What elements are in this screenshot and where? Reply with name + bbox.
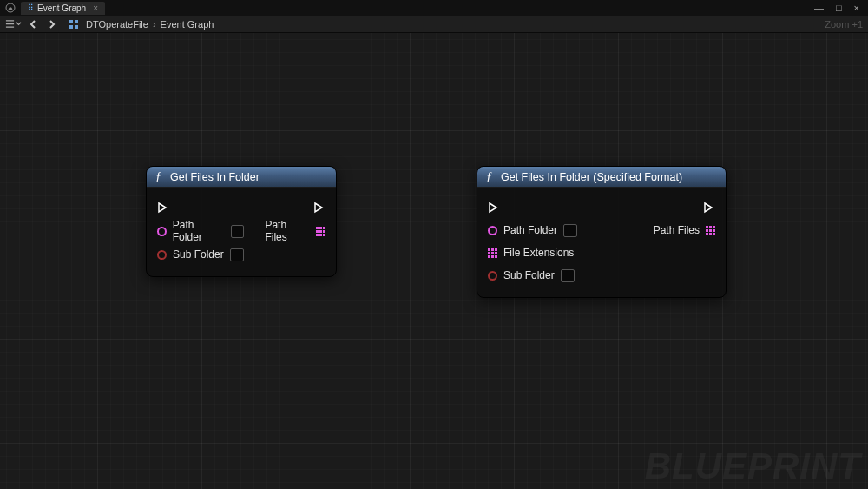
blueprint-tab-icon: ⠿ <box>28 3 34 12</box>
window-minimize-button[interactable]: — <box>814 3 824 13</box>
node-header[interactable]: ƒ Get Files In Folder <box>147 167 336 188</box>
node-title: Get Files In Folder (Specified Format) <box>501 171 682 183</box>
string-pin-icon[interactable] <box>157 227 167 236</box>
zoom-indicator: Zoom +1 <box>825 19 863 30</box>
blueprint-breadcrumb-icon[interactable] <box>69 19 79 30</box>
exec-in-pin[interactable] <box>488 202 500 214</box>
bool-pin-icon[interactable] <box>157 250 167 260</box>
pin-label-path-folder: Path Folder <box>173 219 225 243</box>
pin-label-path-files: Path Files <box>654 224 700 236</box>
exec-out-pin[interactable] <box>313 202 326 214</box>
blueprint-watermark: BLUEPRINT <box>645 446 861 487</box>
array-pin-icon[interactable] <box>706 226 715 235</box>
checkbox-input[interactable] <box>561 269 575 282</box>
window-close-button[interactable]: × <box>854 3 859 13</box>
pin-label-sub-folder: Sub Folder <box>503 269 555 281</box>
tab-close-icon[interactable]: × <box>93 3 98 13</box>
unreal-logo-icon <box>5 3 16 13</box>
title-bar: ⠿ Event Graph × — □ × <box>0 0 868 16</box>
breadcrumb-leaf[interactable]: Event Graph <box>161 19 214 30</box>
node-get-files-in-folder[interactable]: ƒ Get Files In Folder Path <box>146 166 337 277</box>
exec-out-pin[interactable] <box>703 202 715 214</box>
svg-rect-4 <box>75 25 78 29</box>
toolbar: DTOperateFile › Event Graph Zoom +1 <box>0 16 868 33</box>
exec-in-pin[interactable] <box>157 202 169 214</box>
nav-forward-button[interactable] <box>46 19 56 30</box>
svg-rect-3 <box>69 25 73 29</box>
graph-canvas[interactable]: ƒ Get Files In Folder Path <box>0 33 868 489</box>
node-title: Get Files In Folder <box>170 171 260 183</box>
pin-label-file-extensions: File Extensions <box>503 247 574 259</box>
hamburger-icon[interactable] <box>5 19 22 29</box>
pin-label-path-folder: Path Folder <box>503 224 557 236</box>
pin-label-sub-folder: Sub Folder <box>173 248 224 261</box>
svg-rect-2 <box>75 20 78 23</box>
node-header[interactable]: ƒ Get Files In Folder (Specified Format) <box>477 167 726 188</box>
string-pin-icon[interactable] <box>488 226 497 235</box>
node-get-files-in-folder-specified-format[interactable]: ƒ Get Files In Folder (Specified Format) <box>477 166 727 298</box>
nav-back-button[interactable] <box>29 19 39 30</box>
function-icon: ƒ <box>155 170 161 184</box>
tab-label: Event Graph <box>37 3 86 13</box>
svg-rect-1 <box>69 20 73 23</box>
function-icon: ƒ <box>486 170 492 184</box>
array-pin-icon[interactable] <box>316 227 326 236</box>
pin-label-path-files: Path Files <box>265 219 310 243</box>
window-maximize-button[interactable]: □ <box>836 3 842 13</box>
checkbox-input[interactable] <box>230 248 244 261</box>
tab-event-graph[interactable]: ⠿ Event Graph × <box>21 2 105 15</box>
bool-pin-icon[interactable] <box>488 271 497 281</box>
array-pin-icon[interactable] <box>488 248 497 258</box>
breadcrumb-separator: › <box>153 19 156 30</box>
breadcrumb-root[interactable]: DTOperateFile <box>86 19 148 30</box>
text-input[interactable] <box>231 225 245 238</box>
text-input[interactable] <box>563 224 577 237</box>
